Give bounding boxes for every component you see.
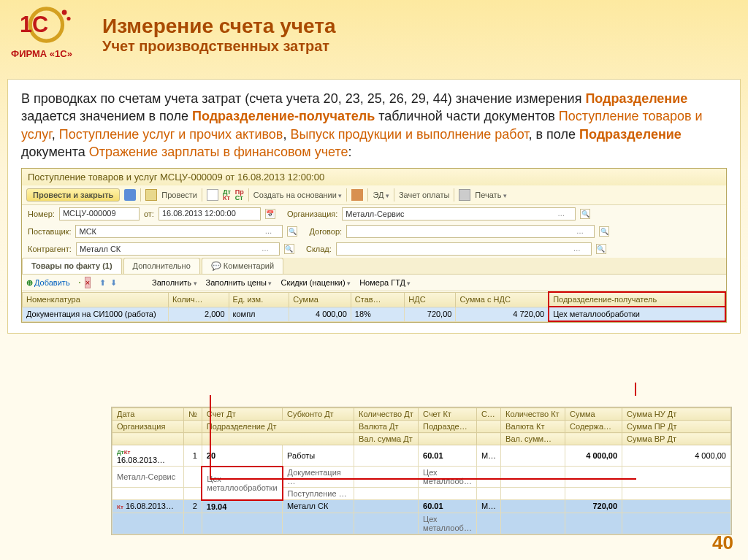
rh-valsum[interactable]: Вал. сумма Дт — [354, 433, 419, 445]
rh-sumnu[interactable]: Сумма НУ Дт — [622, 408, 731, 421]
print-button[interactable]: Печать — [475, 191, 507, 199]
cell-vat[interactable]: 720,00 — [405, 307, 456, 321]
r1c-sub[interactable]: Поступление … — [283, 488, 354, 500]
add-row-button[interactable]: ⊕Добавить — [26, 278, 70, 288]
date-input[interactable]: 16.08.2013 12:00:00 — [159, 207, 261, 220]
rh-qtykt[interactable]: Количество Кт — [501, 408, 565, 421]
fill-prices-button[interactable]: Заполнить цены — [206, 278, 272, 287]
copy-icon[interactable] — [79, 282, 80, 283]
tab-additional[interactable]: Дополнительно — [123, 258, 200, 274]
fill-button[interactable]: Заполнить — [152, 278, 197, 287]
ed-button[interactable]: ЭД — [373, 191, 389, 199]
hdr-vat[interactable]: НДС — [405, 292, 456, 307]
cell-unit[interactable]: компл — [229, 307, 289, 321]
cell-sum-vat[interactable]: 4 720,00 — [456, 307, 549, 321]
red-connector-top — [635, 383, 636, 396]
rh-sumvr[interactable]: Сумма ВР Дт — [622, 433, 731, 445]
rh-sum[interactable]: Сумма — [565, 408, 622, 421]
rh-date[interactable]: Дата — [112, 408, 184, 421]
rh-sumpr[interactable]: Сумма ПР Дт — [622, 421, 731, 433]
tab-goods[interactable]: Товары по факту (1) — [22, 258, 122, 274]
cell-dept[interactable]: Цех металлообработки — [549, 307, 725, 321]
r2-n[interactable]: 2 — [184, 500, 202, 513]
r2-kt[interactable]: 60.01 — [419, 500, 477, 513]
post-button[interactable]: Провести — [161, 191, 197, 199]
rh-dt[interactable]: Счет Дт — [202, 408, 282, 421]
cell-sum[interactable]: 4 000,00 — [289, 307, 351, 321]
r1b-org[interactable]: Металл-Сервис — [112, 467, 184, 488]
hdr-qty[interactable]: Колич… — [169, 292, 229, 307]
contract-lookup-icon[interactable]: 🔍 — [599, 226, 609, 237]
rh-n[interactable]: № — [184, 408, 202, 421]
org-select[interactable]: Металл-Сервис — [342, 207, 576, 220]
hdr-rate[interactable]: Став… — [351, 292, 405, 307]
save-icon[interactable] — [124, 189, 136, 201]
r1-date[interactable]: ДтКт 16.08.2013… — [112, 445, 184, 467]
rh-cur[interactable]: Валюта Дт — [354, 421, 419, 433]
book-icon[interactable] — [351, 189, 363, 201]
stock-lookup-icon[interactable]: 🔍 — [596, 244, 606, 254]
tab-comment[interactable]: 💬 Комментарий — [202, 258, 283, 274]
doc-icon[interactable] — [145, 189, 157, 201]
hdr-sum-vat[interactable]: Сумма с НДС — [456, 292, 549, 307]
r1-n[interactable]: 1 — [184, 445, 202, 467]
r2-sub[interactable]: Металл СК — [283, 500, 354, 513]
r2b-deptkt[interactable]: Цех металлооб… — [419, 513, 477, 534]
up-icon[interactable]: ⬆ — [99, 278, 106, 288]
r2-sum[interactable]: 720,00 — [565, 500, 622, 513]
contract-select[interactable] — [346, 225, 595, 238]
hdr-sum[interactable]: Сумма — [289, 292, 351, 307]
rh-deptkt[interactable]: Подразде… — [419, 421, 477, 433]
rh-org[interactable]: Организация — [112, 421, 184, 433]
r2-dt[interactable]: 19.04 — [202, 500, 282, 513]
r1-sub[interactable]: Работы — [283, 445, 354, 467]
down-icon[interactable]: ⬇ — [110, 278, 117, 288]
r1-dt[interactable]: 20 — [202, 445, 282, 467]
rh-cont[interactable]: Содержа… — [565, 421, 622, 433]
page-number: 40 — [712, 532, 733, 554]
hdr-dept[interactable]: Подразделение-получатель — [549, 292, 725, 307]
r1-sumnu[interactable]: 4 000,00 — [622, 445, 731, 467]
dtkt2-icon[interactable]: ПрСт — [235, 189, 244, 201]
num-input[interactable]: МСЦУ-000009 — [59, 207, 140, 220]
stock-select[interactable] — [336, 242, 592, 256]
r2-s[interactable]: М… — [476, 500, 500, 513]
gtd-button[interactable]: Номера ГТД — [359, 278, 411, 287]
contragent-lookup-icon[interactable]: 🔍 — [284, 244, 294, 254]
r1-kt[interactable]: 60.01 — [419, 445, 477, 467]
post-and-close-button[interactable]: Провести и закрыть — [26, 188, 120, 202]
r1-s[interactable]: М… — [476, 445, 500, 467]
grid-toolbar: ⊕Добавить × ⬆ ⬇ Заполнить Заполнить цены… — [22, 275, 726, 291]
org-lookup-icon[interactable]: 🔍 — [580, 209, 590, 219]
dtkt-icon[interactable]: ДтКт — [223, 189, 231, 201]
rh-kt[interactable]: Счет Кт — [419, 408, 477, 421]
rh-curkt[interactable]: Валюта Кт — [501, 421, 565, 433]
rh-s[interactable]: С… — [476, 408, 500, 421]
rh-sub[interactable]: Субконто Дт — [283, 408, 354, 421]
supplier-select[interactable]: МСК — [75, 225, 283, 238]
print-icon[interactable] — [459, 189, 470, 201]
cell-rate[interactable]: 18% — [351, 307, 405, 321]
num-label: Номер: — [28, 210, 55, 218]
hdr-nomenclature[interactable]: Номенклатура — [23, 292, 169, 307]
delete-icon[interactable]: × — [85, 277, 91, 288]
report-icon[interactable] — [207, 189, 218, 201]
r1-sum[interactable]: 4 000,00 — [565, 445, 622, 467]
offset-button[interactable]: Зачет оплаты — [399, 191, 449, 199]
hdr-unit[interactable]: Ед. изм. — [229, 292, 289, 307]
r1b-deptkt[interactable]: Цех металлооб… — [419, 467, 477, 488]
r2-date[interactable]: Кт 16.08.2013… — [112, 500, 184, 513]
discounts-button[interactable]: Скидки (наценки) — [280, 278, 351, 287]
create-based-button[interactable]: Создать на основании — [253, 191, 343, 199]
cell-qty[interactable]: 2,000 — [169, 307, 229, 321]
title-sub: Учет производственных затрат — [102, 38, 335, 55]
cell-nom[interactable]: Документация на СИ1000 (работа) — [23, 307, 169, 321]
calendar-icon[interactable]: 📅 — [265, 209, 275, 219]
supplier-lookup-icon[interactable]: 🔍 — [287, 226, 297, 237]
rh-qtydt[interactable]: Количество Дт — [354, 408, 419, 421]
r1b-sub[interactable]: Документация … — [283, 467, 354, 488]
rh-valsumkt[interactable]: Вал. сумм… — [501, 433, 565, 445]
contragent-select[interactable]: Металл СК — [76, 242, 280, 256]
r1b-deptdt[interactable]: Цех металлообработки — [202, 467, 282, 500]
rh-deptdt[interactable]: Подразделение Дт — [202, 421, 354, 433]
